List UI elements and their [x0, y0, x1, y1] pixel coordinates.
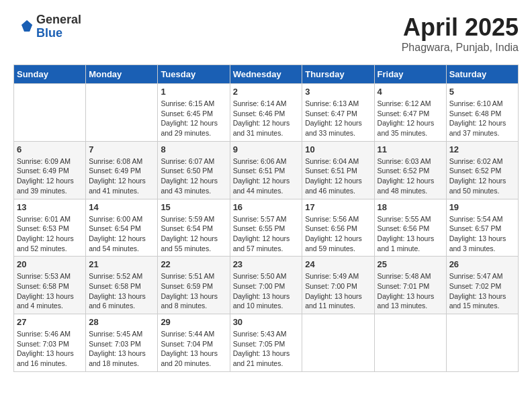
col-header-sunday: Sunday — [14, 65, 86, 84]
day-info: Sunrise: 6:06 AM Sunset: 6:51 PM Dayligh… — [233, 156, 300, 196]
day-cell: 24Sunrise: 5:49 AM Sunset: 7:00 PM Dayli… — [302, 257, 374, 314]
day-number: 19 — [449, 202, 515, 212]
col-header-friday: Friday — [374, 65, 446, 84]
day-info: Sunrise: 6:03 AM Sunset: 6:52 PM Dayligh… — [378, 156, 443, 196]
day-cell — [446, 314, 518, 372]
day-number: 22 — [161, 259, 226, 269]
day-info: Sunrise: 5:44 AM Sunset: 7:04 PM Dayligh… — [161, 329, 226, 369]
day-cell — [374, 314, 446, 372]
logo-blue-text: Blue — [36, 27, 81, 40]
logo: General Blue — [13, 13, 81, 40]
day-cell: 17Sunrise: 5:56 AM Sunset: 6:56 PM Dayli… — [302, 199, 374, 257]
col-header-thursday: Thursday — [302, 65, 374, 84]
calendar-table: SundayMondayTuesdayWednesdayThursdayFrid… — [13, 64, 519, 372]
day-info: Sunrise: 5:55 AM Sunset: 6:56 PM Dayligh… — [378, 214, 443, 254]
day-info: Sunrise: 6:14 AM Sunset: 6:46 PM Dayligh… — [233, 99, 300, 138]
col-header-monday: Monday — [86, 65, 158, 84]
logo-general-text: General — [36, 13, 81, 27]
day-number: 9 — [233, 144, 300, 154]
day-cell: 13Sunrise: 6:01 AM Sunset: 6:53 PM Dayli… — [14, 199, 86, 257]
day-cell: 23Sunrise: 5:50 AM Sunset: 7:00 PM Dayli… — [230, 257, 302, 314]
day-number: 25 — [378, 259, 443, 269]
day-info: Sunrise: 6:08 AM Sunset: 6:49 PM Dayligh… — [89, 156, 154, 196]
day-number: 10 — [305, 144, 371, 154]
day-number: 17 — [305, 202, 371, 212]
day-cell: 10Sunrise: 6:04 AM Sunset: 6:51 PM Dayli… — [302, 141, 374, 199]
day-info: Sunrise: 6:12 AM Sunset: 6:47 PM Dayligh… — [378, 99, 443, 138]
col-header-saturday: Saturday — [446, 65, 518, 84]
day-number: 18 — [378, 202, 443, 212]
page-header: General Blue April 2025 Phagwara, Punjab… — [13, 13, 519, 54]
month-title: April 2025 — [402, 13, 519, 42]
day-cell: 6Sunrise: 6:09 AM Sunset: 6:49 PM Daylig… — [14, 141, 86, 199]
day-number: 5 — [449, 87, 515, 97]
week-row-1: 1Sunrise: 6:15 AM Sunset: 6:45 PM Daylig… — [14, 84, 519, 142]
day-cell — [14, 84, 86, 142]
calendar-header-row: SundayMondayTuesdayWednesdayThursdayFrid… — [14, 65, 519, 84]
day-cell: 28Sunrise: 5:45 AM Sunset: 7:03 PM Dayli… — [86, 314, 158, 372]
location-text: Phagwara, Punjab, India — [402, 42, 519, 54]
day-info: Sunrise: 5:47 AM Sunset: 7:02 PM Dayligh… — [449, 271, 515, 311]
day-number: 23 — [233, 259, 300, 269]
day-info: Sunrise: 5:54 AM Sunset: 6:57 PM Dayligh… — [449, 214, 515, 254]
day-cell: 8Sunrise: 6:07 AM Sunset: 6:50 PM Daylig… — [158, 141, 230, 199]
day-cell: 5Sunrise: 6:10 AM Sunset: 6:48 PM Daylig… — [446, 84, 518, 142]
day-info: Sunrise: 6:10 AM Sunset: 6:48 PM Dayligh… — [449, 99, 515, 138]
day-number: 2 — [233, 87, 300, 97]
day-cell: 21Sunrise: 5:52 AM Sunset: 6:58 PM Dayli… — [86, 257, 158, 314]
day-number: 27 — [17, 317, 83, 327]
day-info: Sunrise: 5:56 AM Sunset: 6:56 PM Dayligh… — [305, 214, 371, 254]
day-cell — [86, 84, 158, 142]
day-cell: 30Sunrise: 5:43 AM Sunset: 7:05 PM Dayli… — [230, 314, 302, 372]
calendar-body: 1Sunrise: 6:15 AM Sunset: 6:45 PM Daylig… — [14, 84, 519, 372]
day-cell: 1Sunrise: 6:15 AM Sunset: 6:45 PM Daylig… — [158, 84, 230, 142]
week-row-3: 13Sunrise: 6:01 AM Sunset: 6:53 PM Dayli… — [14, 199, 519, 257]
day-number: 6 — [17, 144, 83, 154]
day-number: 8 — [161, 144, 226, 154]
day-info: Sunrise: 5:53 AM Sunset: 6:58 PM Dayligh… — [17, 271, 83, 311]
day-info: Sunrise: 5:51 AM Sunset: 6:59 PM Dayligh… — [161, 271, 226, 311]
day-info: Sunrise: 6:04 AM Sunset: 6:51 PM Dayligh… — [305, 156, 371, 196]
day-number: 28 — [89, 317, 154, 327]
day-number: 21 — [89, 259, 154, 269]
day-cell: 9Sunrise: 6:06 AM Sunset: 6:51 PM Daylig… — [230, 141, 302, 199]
day-cell: 4Sunrise: 6:12 AM Sunset: 6:47 PM Daylig… — [374, 84, 446, 142]
week-row-2: 6Sunrise: 6:09 AM Sunset: 6:49 PM Daylig… — [14, 141, 519, 199]
day-cell: 27Sunrise: 5:46 AM Sunset: 7:03 PM Dayli… — [14, 314, 86, 372]
day-info: Sunrise: 6:02 AM Sunset: 6:52 PM Dayligh… — [449, 156, 515, 196]
day-info: Sunrise: 6:13 AM Sunset: 6:47 PM Dayligh… — [305, 99, 371, 138]
day-info: Sunrise: 6:00 AM Sunset: 6:54 PM Dayligh… — [89, 214, 154, 254]
day-info: Sunrise: 5:52 AM Sunset: 6:58 PM Dayligh… — [89, 271, 154, 311]
day-number: 3 — [305, 87, 371, 97]
day-number: 13 — [17, 202, 83, 212]
week-row-5: 27Sunrise: 5:46 AM Sunset: 7:03 PM Dayli… — [14, 314, 519, 372]
day-info: Sunrise: 5:49 AM Sunset: 7:00 PM Dayligh… — [305, 271, 371, 311]
day-info: Sunrise: 6:07 AM Sunset: 6:50 PM Dayligh… — [161, 156, 226, 196]
day-cell: 2Sunrise: 6:14 AM Sunset: 6:46 PM Daylig… — [230, 84, 302, 142]
day-info: Sunrise: 5:45 AM Sunset: 7:03 PM Dayligh… — [89, 329, 154, 369]
day-info: Sunrise: 5:59 AM Sunset: 6:54 PM Dayligh… — [161, 214, 226, 254]
day-info: Sunrise: 5:50 AM Sunset: 7:00 PM Dayligh… — [233, 271, 300, 311]
day-cell: 18Sunrise: 5:55 AM Sunset: 6:56 PM Dayli… — [374, 199, 446, 257]
col-header-tuesday: Tuesday — [158, 65, 230, 84]
day-info: Sunrise: 5:43 AM Sunset: 7:05 PM Dayligh… — [233, 329, 300, 369]
day-number: 29 — [161, 317, 226, 327]
day-number: 15 — [161, 202, 226, 212]
day-cell: 14Sunrise: 6:00 AM Sunset: 6:54 PM Dayli… — [86, 199, 158, 257]
day-cell: 3Sunrise: 6:13 AM Sunset: 6:47 PM Daylig… — [302, 84, 374, 142]
day-cell: 19Sunrise: 5:54 AM Sunset: 6:57 PM Dayli… — [446, 199, 518, 257]
day-cell: 16Sunrise: 5:57 AM Sunset: 6:55 PM Dayli… — [230, 199, 302, 257]
day-cell: 11Sunrise: 6:03 AM Sunset: 6:52 PM Dayli… — [374, 141, 446, 199]
day-number: 7 — [89, 144, 154, 154]
day-info: Sunrise: 6:15 AM Sunset: 6:45 PM Dayligh… — [161, 99, 226, 138]
day-info: Sunrise: 6:01 AM Sunset: 6:53 PM Dayligh… — [17, 214, 83, 254]
day-number: 16 — [233, 202, 300, 212]
day-info: Sunrise: 5:57 AM Sunset: 6:55 PM Dayligh… — [233, 214, 300, 254]
day-cell: 7Sunrise: 6:08 AM Sunset: 6:49 PM Daylig… — [86, 141, 158, 199]
day-cell: 22Sunrise: 5:51 AM Sunset: 6:59 PM Dayli… — [158, 257, 230, 314]
day-cell: 26Sunrise: 5:47 AM Sunset: 7:02 PM Dayli… — [446, 257, 518, 314]
day-number: 24 — [305, 259, 371, 269]
week-row-4: 20Sunrise: 5:53 AM Sunset: 6:58 PM Dayli… — [14, 257, 519, 314]
logo-icon — [13, 17, 34, 37]
day-number: 26 — [449, 259, 515, 269]
